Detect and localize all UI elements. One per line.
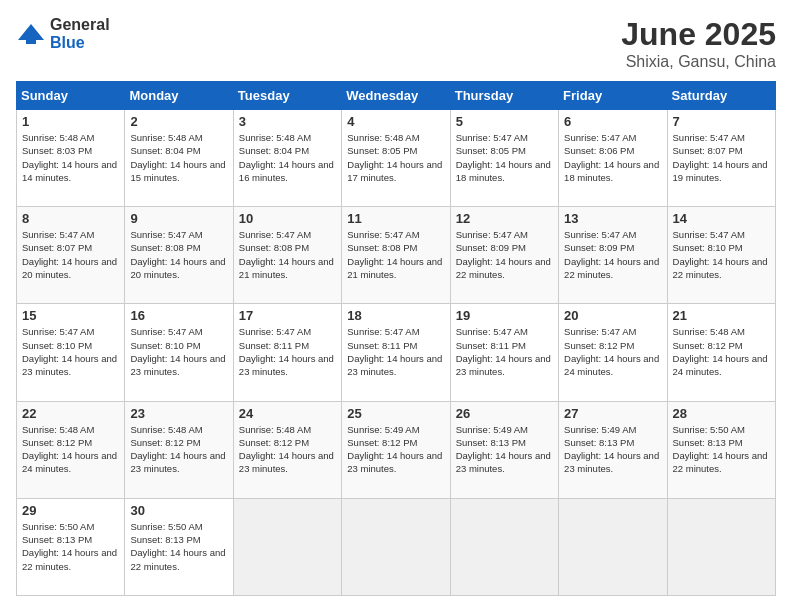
day-info: Sunrise: 5:48 AMSunset: 8:12 PMDaylight:…	[673, 325, 770, 378]
logo-general: General	[50, 16, 110, 33]
day-number: 22	[22, 406, 119, 421]
calendar-cell: 11Sunrise: 5:47 AMSunset: 8:08 PMDayligh…	[342, 207, 450, 304]
calendar-cell: 6Sunrise: 5:47 AMSunset: 8:06 PMDaylight…	[559, 110, 667, 207]
calendar-cell: 3Sunrise: 5:48 AMSunset: 8:04 PMDaylight…	[233, 110, 341, 207]
day-info: Sunrise: 5:48 AMSunset: 8:05 PMDaylight:…	[347, 131, 444, 184]
day-info: Sunrise: 5:50 AMSunset: 8:13 PMDaylight:…	[673, 423, 770, 476]
day-info: Sunrise: 5:48 AMSunset: 8:12 PMDaylight:…	[239, 423, 336, 476]
logo: General Blue	[16, 16, 110, 52]
day-info: Sunrise: 5:50 AMSunset: 8:13 PMDaylight:…	[22, 520, 119, 573]
calendar-cell: 14Sunrise: 5:47 AMSunset: 8:10 PMDayligh…	[667, 207, 775, 304]
day-number: 30	[130, 503, 227, 518]
day-info: Sunrise: 5:49 AMSunset: 8:13 PMDaylight:…	[456, 423, 553, 476]
calendar-cell: 26Sunrise: 5:49 AMSunset: 8:13 PMDayligh…	[450, 401, 558, 498]
day-number: 10	[239, 211, 336, 226]
calendar-cell: 16Sunrise: 5:47 AMSunset: 8:10 PMDayligh…	[125, 304, 233, 401]
day-number: 12	[456, 211, 553, 226]
day-number: 19	[456, 308, 553, 323]
day-info: Sunrise: 5:47 AMSunset: 8:10 PMDaylight:…	[130, 325, 227, 378]
calendar-cell: 15Sunrise: 5:47 AMSunset: 8:10 PMDayligh…	[17, 304, 125, 401]
calendar-header-row: SundayMondayTuesdayWednesdayThursdayFrid…	[17, 82, 776, 110]
calendar-cell	[450, 498, 558, 595]
day-info: Sunrise: 5:49 AMSunset: 8:12 PMDaylight:…	[347, 423, 444, 476]
day-number: 25	[347, 406, 444, 421]
calendar-cell: 30Sunrise: 5:50 AMSunset: 8:13 PMDayligh…	[125, 498, 233, 595]
calendar-cell: 9Sunrise: 5:47 AMSunset: 8:08 PMDaylight…	[125, 207, 233, 304]
calendar-cell: 2Sunrise: 5:48 AMSunset: 8:04 PMDaylight…	[125, 110, 233, 207]
calendar-cell: 20Sunrise: 5:47 AMSunset: 8:12 PMDayligh…	[559, 304, 667, 401]
page: General Blue June 2025 Shixia, Gansu, Ch…	[0, 0, 792, 612]
day-number: 16	[130, 308, 227, 323]
calendar-week-3: 15Sunrise: 5:47 AMSunset: 8:10 PMDayligh…	[17, 304, 776, 401]
calendar-cell: 17Sunrise: 5:47 AMSunset: 8:11 PMDayligh…	[233, 304, 341, 401]
day-number: 5	[456, 114, 553, 129]
calendar-table: SundayMondayTuesdayWednesdayThursdayFrid…	[16, 81, 776, 596]
day-info: Sunrise: 5:47 AMSunset: 8:10 PMDaylight:…	[22, 325, 119, 378]
day-info: Sunrise: 5:47 AMSunset: 8:07 PMDaylight:…	[673, 131, 770, 184]
day-number: 15	[22, 308, 119, 323]
day-number: 1	[22, 114, 119, 129]
calendar-cell	[342, 498, 450, 595]
day-number: 17	[239, 308, 336, 323]
calendar-cell: 22Sunrise: 5:48 AMSunset: 8:12 PMDayligh…	[17, 401, 125, 498]
day-number: 3	[239, 114, 336, 129]
day-info: Sunrise: 5:47 AMSunset: 8:09 PMDaylight:…	[564, 228, 661, 281]
day-number: 7	[673, 114, 770, 129]
day-info: Sunrise: 5:47 AMSunset: 8:08 PMDaylight:…	[130, 228, 227, 281]
calendar-cell: 12Sunrise: 5:47 AMSunset: 8:09 PMDayligh…	[450, 207, 558, 304]
day-info: Sunrise: 5:47 AMSunset: 8:11 PMDaylight:…	[347, 325, 444, 378]
day-info: Sunrise: 5:47 AMSunset: 8:09 PMDaylight:…	[456, 228, 553, 281]
day-info: Sunrise: 5:47 AMSunset: 8:10 PMDaylight:…	[673, 228, 770, 281]
day-header-sunday: Sunday	[17, 82, 125, 110]
day-header-saturday: Saturday	[667, 82, 775, 110]
day-info: Sunrise: 5:48 AMSunset: 8:12 PMDaylight:…	[130, 423, 227, 476]
day-info: Sunrise: 5:47 AMSunset: 8:08 PMDaylight:…	[239, 228, 336, 281]
header: General Blue June 2025 Shixia, Gansu, Ch…	[16, 16, 776, 71]
day-info: Sunrise: 5:47 AMSunset: 8:06 PMDaylight:…	[564, 131, 661, 184]
calendar-cell: 5Sunrise: 5:47 AMSunset: 8:05 PMDaylight…	[450, 110, 558, 207]
day-number: 6	[564, 114, 661, 129]
calendar-cell	[233, 498, 341, 595]
day-header-wednesday: Wednesday	[342, 82, 450, 110]
day-info: Sunrise: 5:48 AMSunset: 8:12 PMDaylight:…	[22, 423, 119, 476]
day-header-monday: Monday	[125, 82, 233, 110]
logo-icon	[16, 22, 46, 46]
calendar-cell: 1Sunrise: 5:48 AMSunset: 8:03 PMDaylight…	[17, 110, 125, 207]
calendar-week-1: 1Sunrise: 5:48 AMSunset: 8:03 PMDaylight…	[17, 110, 776, 207]
day-number: 24	[239, 406, 336, 421]
day-number: 13	[564, 211, 661, 226]
day-header-friday: Friday	[559, 82, 667, 110]
day-info: Sunrise: 5:47 AMSunset: 8:12 PMDaylight:…	[564, 325, 661, 378]
calendar-week-5: 29Sunrise: 5:50 AMSunset: 8:13 PMDayligh…	[17, 498, 776, 595]
calendar-week-2: 8Sunrise: 5:47 AMSunset: 8:07 PMDaylight…	[17, 207, 776, 304]
logo-blue: Blue	[50, 34, 85, 51]
day-number: 8	[22, 211, 119, 226]
calendar-week-4: 22Sunrise: 5:48 AMSunset: 8:12 PMDayligh…	[17, 401, 776, 498]
calendar-cell: 13Sunrise: 5:47 AMSunset: 8:09 PMDayligh…	[559, 207, 667, 304]
day-number: 14	[673, 211, 770, 226]
calendar-cell: 25Sunrise: 5:49 AMSunset: 8:12 PMDayligh…	[342, 401, 450, 498]
day-number: 20	[564, 308, 661, 323]
day-number: 9	[130, 211, 227, 226]
day-info: Sunrise: 5:49 AMSunset: 8:13 PMDaylight:…	[564, 423, 661, 476]
day-info: Sunrise: 5:47 AMSunset: 8:07 PMDaylight:…	[22, 228, 119, 281]
calendar-cell: 18Sunrise: 5:47 AMSunset: 8:11 PMDayligh…	[342, 304, 450, 401]
calendar-cell: 23Sunrise: 5:48 AMSunset: 8:12 PMDayligh…	[125, 401, 233, 498]
calendar-cell: 8Sunrise: 5:47 AMSunset: 8:07 PMDaylight…	[17, 207, 125, 304]
title-area: June 2025 Shixia, Gansu, China	[621, 16, 776, 71]
day-number: 2	[130, 114, 227, 129]
day-info: Sunrise: 5:48 AMSunset: 8:04 PMDaylight:…	[239, 131, 336, 184]
calendar-cell	[667, 498, 775, 595]
day-header-tuesday: Tuesday	[233, 82, 341, 110]
day-number: 21	[673, 308, 770, 323]
day-info: Sunrise: 5:47 AMSunset: 8:05 PMDaylight:…	[456, 131, 553, 184]
day-info: Sunrise: 5:47 AMSunset: 8:11 PMDaylight:…	[456, 325, 553, 378]
day-number: 11	[347, 211, 444, 226]
day-info: Sunrise: 5:50 AMSunset: 8:13 PMDaylight:…	[130, 520, 227, 573]
day-number: 27	[564, 406, 661, 421]
month-title: June 2025	[621, 16, 776, 53]
calendar-cell: 19Sunrise: 5:47 AMSunset: 8:11 PMDayligh…	[450, 304, 558, 401]
calendar-cell: 10Sunrise: 5:47 AMSunset: 8:08 PMDayligh…	[233, 207, 341, 304]
svg-rect-1	[26, 40, 36, 44]
svg-marker-0	[18, 24, 44, 40]
